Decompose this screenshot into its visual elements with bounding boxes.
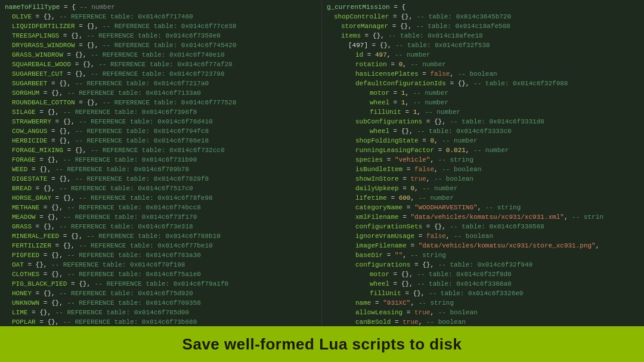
code-line: SUGARBEET_CUT = {}, -- REFERENCE table: … (5, 69, 317, 79)
bottom-bar-text: Save well-formed Lua scripts to disk (182, 335, 462, 354)
code-line: configurationSets = {}, -- table: 0x014c… (327, 222, 639, 231)
code-line: ROUNDBALE_COTTON = {}, -- REFERENCE tabl… (5, 98, 317, 107)
code-line: [497] = {}, -- table: 0x014c6f32f538 (327, 41, 639, 50)
code-line: METHANE = {}, -- REFERENCE table: 0x014c… (5, 203, 317, 212)
code-line: rotation = 0, -- number (327, 60, 639, 69)
code-line: fillUnit = {}, -- table: 0x014c6f3326e0 (327, 289, 639, 298)
code-line: shopController = {}, -- table: 0x014c364… (327, 12, 639, 21)
code-line: UNKNOWN = {}, -- REFERENCE table: 0x014c… (5, 298, 317, 308)
code-line: WEED = {}, -- REFERENCE table: 0x014c6f7… (5, 165, 317, 174)
code-panels: nameToFillType = { -- number OLIVE = {},… (0, 0, 644, 326)
bottom-bar: Save well-formed Lua scripts to disk (0, 326, 644, 362)
code-line: items = {}, -- table: 0x014c18afee18 (327, 31, 639, 41)
code-line: COW_ANGUS = {}, -- REFERENCE table: 0x01… (5, 126, 317, 136)
code-line: PIGFEED = {}, -- REFERENCE table: 0x014c… (5, 250, 317, 260)
left-header-line: nameToFillType = { -- number (5, 2, 317, 12)
code-line: HONEY = {}, -- REFERENCE table: 0x014c6f… (5, 289, 317, 298)
code-line: defaultConfigurationIds = {}, -- table: … (327, 79, 639, 88)
code-line: DIGESTATE = {}, -- REFERENCE table: 0x01… (5, 174, 317, 184)
code-line: LIME = {}, -- REFERENCE table: 0x014c6f7… (5, 308, 317, 317)
code-line: PIG_BLACK_PIED = {}, -- REFERENCE table:… (5, 279, 317, 289)
left-panel: nameToFillType = { -- number OLIVE = {},… (0, 0, 322, 326)
code-line: STRAWBERRY = {}, -- REFERENCE table: 0x0… (5, 117, 317, 126)
code-line: LIQUIDFERTILIZER = {}, -- REFERENCE tabl… (5, 21, 317, 31)
code-line: showInStore = true, -- boolean (327, 174, 639, 184)
code-line: SILAGE = {}, -- REFERENCE table: 0x014c6… (5, 107, 317, 117)
code-line: DRYGRASS_WINDROW = {}, -- REFERENCE tabl… (5, 41, 317, 50)
code-line: OLIVE = {}, -- REFERENCE table: 0x014c6f… (5, 12, 317, 21)
code-line: hasLicensePlates = false, -- boolean (327, 69, 639, 79)
code-line: MINERAL_FEED = {}, -- REFERENCE table: 0… (5, 231, 317, 241)
code-line: fillUnit = 1, -- number (327, 107, 639, 117)
code-line: subConfigurations = {}, -- table: 0x014c… (327, 117, 639, 126)
code-line: motor = 1, -- number (327, 88, 639, 98)
code-line: name = "931XC", -- string (327, 298, 639, 308)
code-line: wheel = 1, -- number (327, 98, 639, 107)
code-line: storeManager = {}, -- table: 0x014c18afe… (327, 21, 639, 31)
right-panel: g_currentMission = { shopController = {}… (322, 0, 644, 326)
code-line: wheel = {}, -- table: 0x014c6f3308a8 (327, 279, 639, 289)
code-line: SQUAREBALE_WOOD = {}, -- REFERENCE table… (5, 60, 317, 69)
code-line: ignoreVramUsage = false, -- boolean (327, 231, 639, 241)
code-line: HORSE_GRAY = {}, -- REFERENCE table: 0x0… (5, 193, 317, 203)
code-line: shopFoldingState = 0, -- number (327, 136, 639, 146)
main-container: nameToFillType = { -- number OLIVE = {},… (0, 0, 644, 362)
code-line: imageFilename = "data/vehicles/komatsu/x… (327, 241, 639, 250)
code-line: OAT = {}, -- REFERENCE table: 0x014c6f70… (5, 260, 317, 270)
code-line: motor = {}, -- table: 0x014c6f32f9d0 (327, 270, 639, 279)
code-line: GRASS_WINDROW = {}, -- REFERENCE table: … (5, 50, 317, 60)
code-line: MEADOW = {}, -- REFERENCE table: 0x014c6… (5, 212, 317, 222)
code-line: xmlFilename = "data/vehicles/komatsu/xc9… (327, 212, 639, 222)
code-line: allowLeasing = true, -- boolean (327, 308, 639, 317)
code-line: isBundleItem = false, -- boolean (327, 165, 639, 174)
code-line: canBeSold = true, -- boolean (327, 317, 639, 326)
code-line: id = 497, -- number (327, 50, 639, 60)
code-line: CLOTHES = {}, -- REFERENCE table: 0x014c… (5, 270, 317, 279)
code-line: HERBICIDE = {}, -- REFERENCE table: 0x01… (5, 136, 317, 146)
code-line: wheel = {}, -- table: 0x014c6f3333c0 (327, 126, 639, 136)
code-line: FORAGE_MIXING = {}, -- REFERENCE table: … (5, 146, 317, 155)
code-line: TREESAPLINGS = {}, -- REFERENCE table: 0… (5, 31, 317, 41)
code-line: baseDir = "", -- string (327, 250, 639, 260)
code-line: lifetime = 600, -- number (327, 193, 639, 203)
code-line: FORAGE = {}, -- REFERENCE table: 0x014c6… (5, 155, 317, 165)
code-line: SUGARBEET = {}, -- REFERENCE table: 0x01… (5, 79, 317, 88)
code-line: POPLAR = {}, -- REFERENCE table: 0x014c6… (5, 317, 317, 326)
code-line: BREAD = {}, -- REFERENCE table: 0x014c6f… (5, 184, 317, 193)
code-line: runningLeasingFactor = 0.021, -- number (327, 146, 639, 155)
right-header-line: g_currentMission = { (327, 2, 639, 12)
code-line: SORGHUM = {}, -- REFERENCE table: 0x014c… (5, 88, 317, 98)
code-line: configurations = {}, -- table: 0x014c6f3… (327, 260, 639, 270)
code-line: dailyUpkeep = 0, -- number (327, 184, 639, 193)
code-line: categoryName = "WOODHARVESTING", -- stri… (327, 203, 639, 212)
code-line: GRASS = {}, -- REFERENCE table: 0x014c6f… (5, 222, 317, 231)
code-line: species = "vehicle", -- string (327, 155, 639, 165)
code-line: FERTILIZER = {}, -- REFERENCE table: 0x0… (5, 241, 317, 250)
